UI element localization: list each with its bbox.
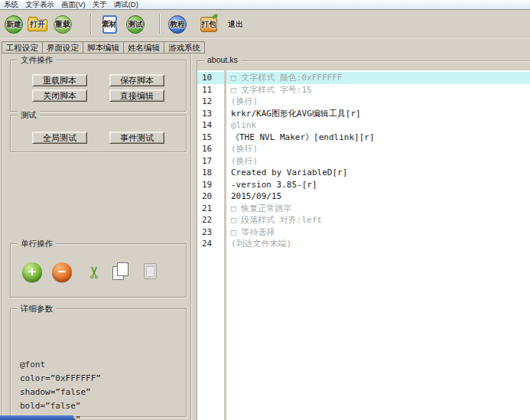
toolbar-button-label: 新建 bbox=[1, 19, 27, 30]
param-line: @font bbox=[20, 358, 101, 372]
copy-sheet-icon bbox=[117, 262, 128, 276]
menu-item[interactable]: 关于 bbox=[93, 0, 107, 10]
editor-line-text: (换行) bbox=[231, 155, 258, 167]
reload-script-button[interactable]: 重载脚本 bbox=[32, 74, 87, 86]
editor-line-text: Created by VariableD[r] bbox=[231, 168, 347, 177]
toolbar-button-label: 打开 bbox=[24, 19, 50, 30]
editor-line-text: □ 等待选择 bbox=[231, 226, 275, 238]
param-line: color=”0xFFFFFF” bbox=[20, 372, 101, 386]
editor-line-text: □ 文字样式 颜色:0xFFFFFF bbox=[231, 72, 342, 83]
editor-line-number: 10 bbox=[197, 73, 225, 83]
editor-line[interactable]: 14 @link bbox=[197, 119, 530, 132]
detail-params-group: 详细参数 @fontcolor=”0xFFFFFF”shadow=”false”… bbox=[10, 308, 187, 417]
editor-line-text: □ 文字样式 字号:15 bbox=[231, 84, 312, 96]
single-line-operations-title: 单行操作 bbox=[18, 239, 56, 249]
toolbar-button-exit[interactable]: 退出 bbox=[224, 13, 247, 34]
global-test-button[interactable]: 全局测试 bbox=[32, 132, 87, 144]
toolbar-button-test[interactable]: 测试 bbox=[124, 13, 147, 34]
editor-line-text: krkr/KAG图形化AVG编辑工具[r] bbox=[231, 108, 361, 119]
tab-bar: 工程设定界面设定脚本编辑姓名编辑游戏系统 bbox=[2, 41, 205, 54]
toolbar-button-open[interactable]: 打开 bbox=[26, 13, 49, 34]
menu-bar: 系统文字表示画面(V)关于调试(D) bbox=[0, 0, 530, 10]
panel-left-border bbox=[2, 54, 2, 420]
toolbar-button-reload[interactable]: 重载 bbox=[51, 13, 74, 34]
file-operations-group: 文件操作 重载脚本 保存脚本 关闭脚本 直接编辑 bbox=[10, 60, 187, 112]
menu-item[interactable]: 系统 bbox=[4, 0, 18, 10]
tab[interactable]: 游戏系统 bbox=[164, 41, 205, 54]
toolbar-button-label: 素材 bbox=[96, 19, 122, 30]
editor-line-text: (换行) bbox=[231, 143, 258, 155]
editor-line[interactable]: 20 2015/09/15 bbox=[197, 190, 530, 203]
editor-gutter-separator bbox=[224, 70, 226, 420]
toolbar: 新建 打开 重载 素材 测试 教程 打包 bbox=[0, 11, 530, 37]
param-line: bold=”false” bbox=[20, 399, 101, 413]
toolbar-button-tutorial[interactable]: 教程 bbox=[166, 13, 189, 34]
editor-line-text: □ 段落样式 对齐:left bbox=[231, 214, 322, 226]
direct-edit-button[interactable]: 直接编辑 bbox=[109, 90, 164, 102]
editor-line-number: 17 bbox=[197, 156, 225, 166]
file-operations-group-title: 文件操作 bbox=[18, 55, 56, 66]
editor-line[interactable]: 22 □ 段落样式 对齐:left bbox=[197, 214, 530, 226]
toolbar-button-package[interactable]: 打包 bbox=[197, 13, 220, 34]
editor-line[interactable]: 11 □ 文字样式 字号:15 bbox=[197, 84, 530, 96]
menu-item[interactable]: 文字表示 bbox=[25, 0, 54, 10]
test-group: 测试 全局测试 事件测试 bbox=[10, 115, 187, 152]
toolbar-button-material[interactable]: 素材 bbox=[98, 13, 121, 34]
cut-line-icon[interactable] bbox=[85, 262, 105, 282]
panel-splitter bbox=[190, 54, 191, 420]
editor-line[interactable]: 23 □ 等待选择 bbox=[197, 226, 530, 239]
paste-line-icon[interactable] bbox=[141, 262, 161, 282]
editor-line-number: 13 bbox=[197, 109, 225, 119]
editor-line-number: 24 bbox=[197, 239, 225, 249]
copy-line-icon[interactable] bbox=[112, 262, 132, 282]
menu-item[interactable]: 调试(D) bbox=[114, 0, 138, 10]
detail-params-text: @fontcolor=”0xFFFFFF”shadow=”false”bold=… bbox=[20, 317, 101, 420]
editor-line-number: 19 bbox=[197, 180, 225, 190]
editor-line-number: 15 bbox=[197, 132, 225, 142]
editor-line-text: -version 3.85-[r] bbox=[231, 180, 317, 190]
add-line-icon[interactable] bbox=[22, 262, 42, 282]
event-test-button[interactable]: 事件测试 bbox=[109, 132, 164, 144]
editor-line[interactable]: 18 Created by VariableD[r] bbox=[197, 167, 530, 179]
toolbar-separator bbox=[159, 14, 160, 34]
test-group-title: 测试 bbox=[18, 110, 40, 121]
editor-line[interactable]: 17 (换行) bbox=[197, 155, 530, 168]
toolbar-separator bbox=[90, 14, 91, 34]
taskbar-fragment bbox=[0, 415, 73, 420]
tab[interactable]: 姓名编辑 bbox=[123, 41, 164, 54]
toolbar-button-label: 退出 bbox=[223, 19, 249, 30]
editor-line[interactable]: 24 (到达文件末端) bbox=[197, 238, 530, 250]
editor-line[interactable]: 16 (换行) bbox=[197, 143, 530, 155]
save-script-button[interactable]: 保存脚本 bbox=[109, 74, 164, 86]
editor-line-text: 《THE NVL Maker》[endlink][r] bbox=[231, 132, 375, 143]
editor-line[interactable]: 19 -version 3.85-[r] bbox=[197, 179, 530, 191]
editor-line-text: (换行) bbox=[231, 96, 258, 107]
tab[interactable]: 工程设定 bbox=[2, 41, 42, 54]
editor-line-text: (到达文件末端) bbox=[231, 238, 291, 249]
menu-item[interactable]: 画面(V) bbox=[61, 0, 86, 10]
editor-group-border bbox=[197, 60, 530, 61]
tab[interactable]: 脚本编辑 bbox=[83, 41, 123, 54]
toolbar-button-new[interactable]: 新建 bbox=[2, 13, 25, 34]
editor-line-number: 21 bbox=[197, 203, 225, 213]
editor-line-number: 20 bbox=[197, 191, 225, 201]
editor-code-lines: 10 □ 文字样式 颜色:0xFFFFFF 11 □ 文字样式 字号:15 12… bbox=[197, 72, 530, 250]
editor-line[interactable]: 10 □ 文字样式 颜色:0xFFFFFF bbox=[197, 72, 530, 84]
tab[interactable]: 界面设定 bbox=[42, 41, 83, 54]
editor-line[interactable]: 12 (换行) bbox=[197, 96, 530, 108]
param-line: shadow=”false” bbox=[20, 386, 101, 399]
editor-line-text: 2015/09/15 bbox=[231, 191, 281, 201]
toolbar-button-label: 测试 bbox=[122, 19, 148, 30]
editor-line-text: @link bbox=[231, 120, 256, 130]
remove-line-icon[interactable] bbox=[52, 262, 72, 282]
editor-line[interactable]: 21 □ 恢复正常跳字 bbox=[197, 203, 530, 215]
editor-line-number: 23 bbox=[197, 227, 225, 237]
editor-line-text: □ 恢复正常跳字 bbox=[231, 203, 291, 214]
editor-line[interactable]: 15 《THE NVL Maker》[endlink][r] bbox=[197, 132, 530, 144]
single-line-operations-group: 单行操作 bbox=[10, 243, 187, 298]
editor-line-number: 11 bbox=[197, 85, 225, 95]
editor-line-number: 12 bbox=[197, 96, 225, 106]
editor-line-number: 14 bbox=[197, 120, 225, 130]
close-script-button[interactable]: 关闭脚本 bbox=[32, 90, 87, 102]
editor-line[interactable]: 13 krkr/KAG图形化AVG编辑工具[r] bbox=[197, 108, 530, 120]
